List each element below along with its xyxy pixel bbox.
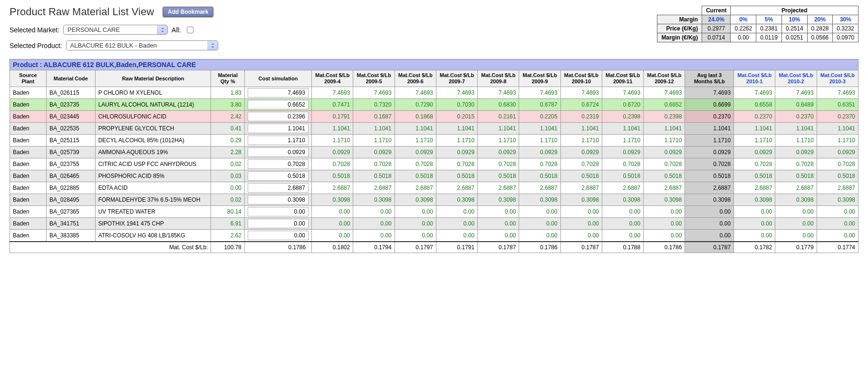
cell-avg: 0.2370 (685, 111, 734, 123)
cell-code: BA_023445 (46, 111, 95, 123)
cell-future: 0.0929 (817, 147, 858, 158)
cell-future: 0.6351 (817, 99, 858, 111)
cell-month: 0.5018 (395, 170, 436, 182)
cell-code: BA_026465 (46, 170, 95, 182)
projection-margin-current: 24.0% (702, 15, 731, 24)
cell-month: 0.7028 (478, 158, 519, 170)
cost-simulation-input[interactable] (248, 159, 308, 169)
cell-month: 0.0929 (644, 147, 685, 158)
col-material-code: Material Code (46, 70, 95, 87)
cell-plant: Baden (10, 182, 47, 194)
product-select[interactable]: ALBACURE 612 BULK - Baden (66, 40, 218, 50)
cell-plant: Baden (10, 230, 47, 242)
cell-month: 0.2205 (519, 111, 560, 123)
cost-simulation-input[interactable] (248, 88, 308, 98)
cell-qty: 0.29 (211, 135, 245, 147)
cell-month: 0.5018 (519, 170, 560, 182)
cell-sim (245, 99, 312, 111)
table-row: BadenBA_025115DECYL ALCOHOL 85% (1012HA)… (10, 135, 858, 147)
cell-qty: 80.14 (211, 206, 245, 218)
cell-month: 7.4693 (312, 87, 353, 99)
cell-month: 0.5018 (478, 170, 519, 182)
cost-simulation-input[interactable] (248, 183, 308, 193)
cell-month: 0.00 (602, 218, 643, 230)
cell-future: 1.1710 (775, 135, 817, 147)
cell-future: 0.00 (775, 206, 817, 218)
col-future: Mat.Cost $/Lb 2010-3 (817, 70, 858, 87)
col-qty: Material Qty % (211, 70, 245, 87)
cell-sim (245, 111, 312, 123)
totals-row: Mat. Cost $/Lb: 100.78 0.1786 0.1802 0.1… (10, 242, 858, 253)
cell-plant: Baden (10, 87, 47, 99)
cost-simulation-input[interactable] (248, 147, 308, 157)
cell-desc: FORMALDEHYDE 37% 6.5-15% MEOH (95, 194, 211, 206)
cell-sim (245, 87, 312, 99)
col-future: Mat.Cost $/Lb 2010-1 (734, 70, 775, 87)
cell-month: 0.6652 (644, 99, 685, 111)
cost-simulation-input[interactable] (248, 124, 308, 133)
cell-month: 7.4693 (436, 87, 477, 99)
cost-simulation-input[interactable] (248, 171, 308, 181)
cell-code: BA_023755 (46, 158, 95, 170)
cell-avg: 0.5018 (685, 170, 734, 182)
add-bookmark-button[interactable]: Add Bookmark (163, 7, 213, 17)
cell-month: 0.3098 (644, 194, 685, 206)
cell-month: 1.1710 (312, 135, 353, 147)
cell-future: 2.6887 (734, 182, 775, 194)
cell-month: 2.6887 (436, 182, 477, 194)
cell-plant: Baden (10, 135, 47, 147)
cost-simulation-input[interactable] (248, 112, 308, 121)
cell-avg: 0.00 (685, 218, 734, 230)
cell-desc: EDTA ACID (95, 182, 211, 194)
cell-desc: CHLOROSULFONIC ACID (95, 111, 211, 123)
cell-future: 1.1041 (817, 123, 858, 135)
cell-month: 0.0929 (312, 147, 353, 158)
cell-month: 0.0929 (436, 147, 477, 158)
cell-month: 7.4693 (644, 87, 685, 99)
cell-month: 0.2398 (644, 111, 685, 123)
cell-sim (245, 218, 312, 230)
table-row: BadenBA_026115P CHLORO M XYLENOL1.837.46… (10, 87, 858, 99)
selected-market-label: Selected Market: (10, 26, 59, 34)
cell-month: 7.4693 (353, 87, 395, 99)
cost-simulation-input[interactable] (248, 195, 308, 205)
cell-month: 1.1710 (478, 135, 519, 147)
cell-future: 0.2370 (734, 111, 775, 123)
cell-sim (245, 206, 312, 218)
cost-simulation-input[interactable] (248, 100, 308, 109)
cell-avg: 0.00 (685, 230, 734, 242)
cell-month: 0.00 (395, 230, 436, 242)
cell-future: 0.3098 (734, 194, 775, 206)
totals-label: Mat. Cost $/Lb: (10, 242, 211, 253)
cell-month: 0.00 (644, 218, 685, 230)
cell-month: 2.6887 (395, 182, 436, 194)
cell-future: 1.1710 (734, 135, 775, 147)
cost-simulation-input[interactable] (248, 136, 308, 145)
cell-qty: 0.03 (211, 170, 245, 182)
cell-month: 0.5018 (312, 170, 353, 182)
cell-qty: 6.91 (211, 218, 245, 230)
cost-simulation-input[interactable] (248, 231, 308, 240)
cell-month: 0.7028 (395, 158, 436, 170)
cost-simulation-input[interactable] (248, 207, 308, 216)
all-checkbox[interactable] (187, 27, 193, 33)
cell-month: 0.6787 (519, 99, 560, 111)
market-select[interactable]: PERSONAL CARE (63, 25, 168, 35)
col-future: Mat.Cost $/Lb 2010-2 (775, 70, 817, 87)
cell-month: 0.1868 (395, 111, 436, 123)
cell-qty: 2.28 (211, 147, 245, 158)
cell-plant: Baden (10, 123, 47, 135)
cell-plant: Baden (10, 194, 47, 206)
cell-month: 0.0929 (353, 147, 395, 158)
cell-avg: 0.7028 (685, 158, 734, 170)
cell-month: 0.7028 (519, 158, 560, 170)
cell-avg: 1.1710 (685, 135, 734, 147)
cell-avg: 0.6699 (685, 99, 734, 111)
cell-month: 0.3098 (395, 194, 436, 206)
cell-sim (245, 135, 312, 147)
cell-month: 0.00 (436, 218, 477, 230)
cell-future: 0.00 (817, 230, 858, 242)
cell-month: 0.0929 (519, 147, 560, 158)
cell-desc: PROPYLENE GLYCOL TECH (95, 123, 211, 135)
cost-simulation-input[interactable] (248, 219, 308, 228)
